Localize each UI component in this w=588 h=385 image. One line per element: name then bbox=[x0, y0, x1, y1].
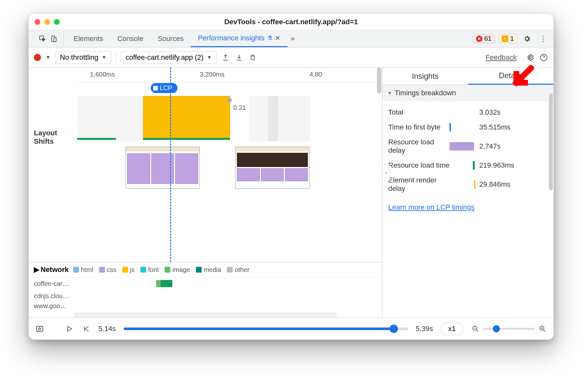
tab-performance-insights[interactable]: Performance insights ⚗ ✕ bbox=[191, 30, 288, 47]
network-legend: html css js font image media other bbox=[73, 266, 249, 274]
speed-label: x1 bbox=[448, 325, 456, 333]
legend-label: html bbox=[81, 266, 93, 274]
record-button[interactable] bbox=[34, 54, 41, 61]
svg-point-3 bbox=[529, 57, 531, 58]
main-content: 1,600ms 3,200ms 4,80 LCP 0.21 Layout Shi… bbox=[29, 68, 553, 317]
network-section: ▶ Network html css js font image media o… bbox=[29, 262, 382, 317]
metric-value: 3.032s bbox=[479, 108, 501, 117]
toolbar-separator bbox=[116, 52, 116, 63]
ruler-tick: 3,200ms bbox=[200, 71, 225, 78]
zoom-out-icon[interactable] bbox=[471, 324, 480, 333]
legend-label: font bbox=[148, 266, 159, 274]
vertical-scrollbar[interactable] bbox=[377, 68, 381, 262]
legend-item: font bbox=[140, 266, 159, 274]
tab-label: Elements bbox=[74, 35, 103, 43]
network-row[interactable]: cdnjs.clou… bbox=[29, 290, 382, 302]
preview-icon[interactable] bbox=[35, 324, 44, 333]
devtools-window: DevTools - coffee-cart.netlify.app/?ad=1… bbox=[28, 14, 554, 340]
close-tab-icon[interactable]: ✕ bbox=[275, 34, 280, 42]
metric-label: Resource load time bbox=[388, 161, 450, 170]
zoom-in-icon[interactable] bbox=[538, 324, 547, 333]
filmstrip-thumbnail[interactable] bbox=[126, 147, 200, 189]
insights-tab[interactable]: Insights bbox=[382, 68, 468, 85]
warning-badge[interactable]: !1 bbox=[498, 34, 517, 43]
rewind-icon[interactable] bbox=[82, 324, 91, 333]
delete-icon[interactable] bbox=[248, 53, 257, 62]
network-row[interactable]: coffee-car… bbox=[29, 277, 382, 290]
side-tab-label: Insights bbox=[412, 72, 439, 81]
tab-console[interactable]: Console bbox=[110, 30, 151, 47]
metric-row: Element render delay 29.846ms bbox=[382, 173, 553, 196]
side-scrollbar[interactable] bbox=[549, 93, 553, 190]
network-header-label: Network bbox=[41, 265, 69, 274]
good-range-marker bbox=[143, 138, 230, 140]
tab-sources[interactable]: Sources bbox=[150, 30, 191, 47]
tab-elements[interactable]: Elements bbox=[66, 30, 110, 47]
layout-shifts-label: Layout Shifts bbox=[34, 129, 57, 146]
lcp-marker[interactable]: LCP bbox=[151, 83, 177, 93]
timeline-slider[interactable] bbox=[124, 328, 408, 330]
horizontal-scrollbar[interactable] bbox=[74, 312, 337, 317]
tab-label: Sources bbox=[157, 35, 184, 43]
empty-region bbox=[77, 96, 143, 141]
empty-region bbox=[249, 96, 268, 141]
origin-select[interactable]: coffee-cart.netlify.app (2)▼ bbox=[121, 51, 217, 64]
kebab-menu-icon[interactable]: ⋮ bbox=[537, 34, 550, 43]
metric-label: Total bbox=[388, 108, 450, 117]
svg-point-6 bbox=[39, 328, 41, 330]
throttling-select[interactable]: No throttling▼ bbox=[55, 51, 111, 64]
device-toggle-icon[interactable] bbox=[49, 35, 58, 43]
metric-row: Total 3.032s bbox=[382, 105, 553, 120]
legend-label: image bbox=[172, 266, 190, 274]
network-bar bbox=[159, 280, 172, 287]
more-tabs-icon[interactable]: » bbox=[288, 35, 298, 43]
zoom-controls bbox=[471, 324, 547, 333]
timeline-area[interactable]: 1,600ms 3,200ms 4,80 LCP 0.21 Layout Shi… bbox=[29, 68, 382, 262]
legend-label: css bbox=[107, 266, 117, 274]
metric-value: 35.515ms bbox=[479, 123, 511, 131]
playback-speed[interactable]: x1 bbox=[441, 322, 463, 335]
cls-value: 0.21 bbox=[233, 104, 246, 111]
network-toggle[interactable]: ▶ Network bbox=[34, 265, 69, 274]
metric-row: Resource load delay 2.747s bbox=[382, 135, 553, 158]
panel-settings-icon[interactable] bbox=[526, 53, 535, 62]
network-row-name: www.goo… bbox=[34, 302, 82, 310]
legend-item: other bbox=[227, 266, 249, 274]
collapse-panel-button[interactable]: › bbox=[382, 164, 390, 181]
cls-marker[interactable] bbox=[227, 98, 232, 102]
record-menu-icon[interactable]: ▼ bbox=[46, 55, 51, 60]
playhead-line[interactable] bbox=[170, 68, 171, 262]
current-time: 5.14s bbox=[98, 325, 116, 333]
feedback-link[interactable]: Feedback bbox=[485, 53, 517, 62]
help-icon[interactable] bbox=[539, 53, 548, 62]
details-panel: › Insights Details Timings breakdown Tot… bbox=[382, 68, 553, 317]
metric-label: Element render delay bbox=[388, 176, 450, 193]
legend-item: css bbox=[99, 266, 117, 274]
timeline-ruler: 1,600ms 3,200ms 4,80 bbox=[77, 68, 382, 82]
empty-region bbox=[278, 96, 310, 141]
svg-rect-5 bbox=[36, 326, 43, 331]
filmstrip-thumbnail[interactable] bbox=[235, 147, 309, 189]
network-header: ▶ Network html css js font image media o… bbox=[29, 262, 382, 277]
inspect-element-icon[interactable] bbox=[38, 35, 47, 43]
metric-row: Resource load time 219.963ms bbox=[382, 158, 553, 173]
annotation-arrow-icon bbox=[508, 65, 534, 91]
settings-gear-icon[interactable] bbox=[521, 35, 533, 43]
zoom-slider[interactable] bbox=[483, 328, 535, 330]
warning-count: 1 bbox=[510, 35, 514, 42]
learn-more-link[interactable]: Learn more on LCP timings bbox=[382, 200, 553, 215]
export-icon[interactable] bbox=[221, 53, 230, 62]
legend-item: html bbox=[73, 266, 93, 274]
metric-value: 2.747s bbox=[479, 142, 501, 151]
error-badge[interactable]: ✕61 bbox=[472, 34, 495, 43]
legend-label: other bbox=[235, 266, 249, 274]
layout-shift-block[interactable] bbox=[143, 96, 230, 140]
lcp-label: LCP bbox=[160, 84, 172, 92]
ruler-tick: 1,600ms bbox=[90, 71, 115, 78]
titlebar: DevTools - coffee-cart.netlify.app/?ad=1 bbox=[29, 14, 553, 30]
ruler-tick: 4,80 bbox=[309, 71, 322, 78]
network-row[interactable]: www.goo… bbox=[29, 302, 382, 310]
play-icon[interactable] bbox=[65, 324, 74, 333]
import-icon[interactable] bbox=[235, 53, 244, 62]
legend-label: js bbox=[130, 266, 135, 274]
